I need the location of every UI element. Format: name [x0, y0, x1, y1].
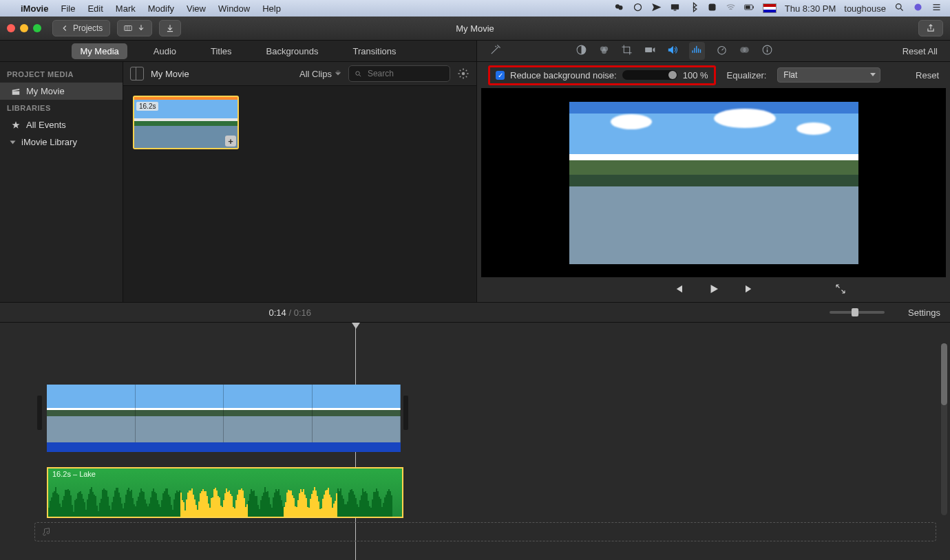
- input-source-flag-icon[interactable]: [763, 3, 777, 13]
- play-button[interactable]: [708, 283, 720, 297]
- tab-audio[interactable]: Audio: [145, 43, 184, 59]
- window-traffic-lights[interactable]: [7, 24, 41, 32]
- timeline[interactable]: 16.2s – Lake: [0, 323, 950, 560]
- clip-trim-handle-left[interactable]: [37, 396, 42, 430]
- siri-status-icon[interactable]: [633, 2, 643, 14]
- stabilization-icon[interactable]: [644, 44, 655, 58]
- svg-rect-13: [933, 10, 940, 10]
- svg-rect-4: [673, 10, 676, 10]
- menu-file[interactable]: File: [61, 3, 75, 14]
- svg-point-9: [896, 4, 902, 10]
- projects-button-label: Projects: [73, 23, 103, 33]
- sidebar-item-label: All Events: [26, 120, 66, 130]
- tab-titles[interactable]: Titles: [202, 43, 240, 59]
- library-sidebar: PROJECT MEDIA My Movie LIBRARIES All Eve…: [0, 62, 123, 302]
- browser-settings-gear-icon[interactable]: [457, 67, 469, 80]
- menu-mark[interactable]: Mark: [116, 3, 136, 14]
- noise-reduction-value: 100 %: [683, 70, 708, 80]
- svg-rect-8: [746, 6, 750, 9]
- sidebar-item-imovie-library[interactable]: iMovie Library: [0, 133, 123, 151]
- clip-duration-badge: 16.2s: [136, 102, 158, 111]
- zoom-window-icon[interactable]: [33, 24, 41, 32]
- reset-button[interactable]: Reset: [916, 70, 939, 80]
- noise-reduction-highlight: ✓ Reduce background noise: 100 %: [488, 65, 716, 85]
- spotlight-icon[interactable]: [894, 2, 905, 14]
- user-menu[interactable]: toughouse: [844, 3, 886, 14]
- add-clip-button[interactable]: +: [225, 136, 236, 147]
- share-button[interactable]: [918, 20, 943, 36]
- svg-point-10: [915, 4, 922, 11]
- noise-reduction-icon[interactable]: [689, 42, 705, 60]
- clip-info-icon[interactable]: [761, 44, 773, 58]
- sidebar-item-label: My Movie: [26, 86, 65, 96]
- audio-clip[interactable]: 16.2s – Lake: [47, 467, 403, 518]
- equalizer-select[interactable]: Flat: [777, 67, 880, 83]
- clock[interactable]: Thu 8:30 PM: [785, 3, 836, 14]
- noise-reduction-checkbox[interactable]: ✓: [496, 71, 505, 80]
- menu-modify[interactable]: Modify: [148, 3, 174, 14]
- svg-point-26: [767, 47, 768, 49]
- menu-window[interactable]: Window: [218, 3, 250, 14]
- speed-icon[interactable]: [716, 44, 728, 58]
- tab-my-media[interactable]: My Media: [72, 43, 127, 59]
- control-center-icon[interactable]: [913, 2, 923, 14]
- preview-viewer[interactable]: [481, 88, 946, 277]
- svg-rect-21: [645, 47, 652, 52]
- playhead-time: 0:14 / 0:16: [269, 308, 311, 318]
- next-frame-button[interactable]: [743, 283, 756, 297]
- media-clip-thumbnail[interactable]: 16.2s +: [133, 96, 239, 149]
- menu-edit[interactable]: Edit: [87, 3, 103, 14]
- crop-icon[interactable]: [621, 44, 633, 58]
- sidebar-item-project[interactable]: My Movie: [0, 83, 123, 100]
- sidebar-item-all-events[interactable]: All Events: [0, 116, 123, 133]
- svg-point-2: [634, 4, 641, 11]
- imovie-window: Projects My Movie My Media Audio Titles …: [0, 17, 950, 560]
- battery-status-icon[interactable]: [744, 2, 754, 14]
- timeline-scrollbar[interactable]: [941, 343, 947, 515]
- prev-frame-button[interactable]: [672, 283, 684, 297]
- close-window-icon[interactable]: [7, 24, 15, 32]
- search-input[interactable]: [366, 68, 444, 79]
- bluetooth-status-icon[interactable]: [688, 2, 699, 14]
- star-icon: [11, 120, 21, 130]
- power-status-icon[interactable]: [707, 2, 717, 14]
- menu-view[interactable]: View: [187, 3, 206, 14]
- tab-transitions[interactable]: Transitions: [344, 43, 404, 59]
- notification-center-icon[interactable]: [931, 2, 942, 14]
- app-menu[interactable]: iMovie: [21, 3, 48, 14]
- macos-menubar: iMovie File Edit Mark Modify View Window…: [0, 0, 950, 17]
- send-status-icon[interactable]: [651, 2, 662, 14]
- tab-backgrounds[interactable]: Backgrounds: [258, 43, 327, 59]
- clips-filter-dropdown[interactable]: All Clips: [299, 69, 341, 79]
- display-status-icon[interactable]: [670, 2, 680, 14]
- browser-breadcrumb[interactable]: My Movie: [151, 69, 189, 79]
- import-media-button[interactable]: [117, 20, 152, 36]
- clip-filter-icon[interactable]: [739, 44, 750, 58]
- download-button[interactable]: [159, 20, 181, 36]
- minimize-window-icon[interactable]: [20, 24, 28, 32]
- preview-frame: [569, 102, 858, 264]
- wechat-status-icon[interactable]: [614, 2, 624, 14]
- background-music-well[interactable]: [34, 522, 936, 541]
- noise-reduction-slider[interactable]: [622, 70, 677, 80]
- wifi-status-icon[interactable]: [726, 2, 736, 14]
- timeline-zoom-slider[interactable]: [830, 311, 885, 314]
- clip-trim-handle-right[interactable]: [403, 396, 408, 430]
- disclosure-triangle-icon[interactable]: [10, 140, 16, 144]
- svg-rect-12: [933, 7, 940, 8]
- fullscreen-icon[interactable]: [834, 283, 847, 297]
- reset-all-button[interactable]: Reset All: [902, 46, 938, 56]
- search-field[interactable]: [348, 65, 450, 82]
- video-clip[interactable]: [47, 385, 401, 442]
- svg-point-15: [356, 71, 359, 74]
- volume-icon[interactable]: [666, 44, 678, 58]
- svg-point-20: [602, 49, 606, 54]
- color-balance-icon[interactable]: [576, 44, 587, 58]
- timeline-settings-button[interactable]: Settings: [908, 308, 940, 318]
- svg-rect-11: [933, 4, 940, 5]
- menu-help[interactable]: Help: [262, 3, 281, 14]
- projects-button[interactable]: Projects: [52, 20, 110, 36]
- magic-wand-icon[interactable]: [489, 44, 501, 58]
- browser-layout-toggle[interactable]: [130, 67, 144, 80]
- color-correction-icon[interactable]: [598, 44, 610, 58]
